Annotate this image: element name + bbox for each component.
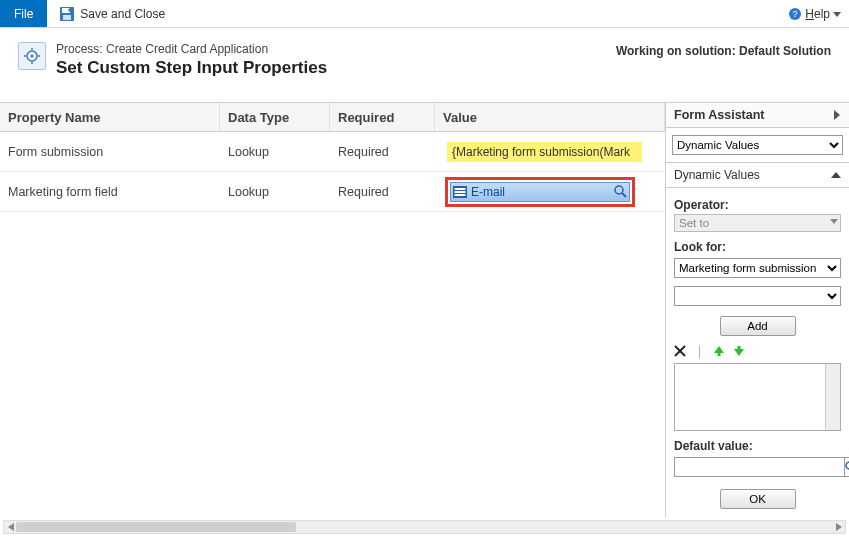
svg-rect-14 [455, 188, 466, 190]
move-down-icon[interactable] [733, 345, 745, 357]
table-row: Form submission Lookup Required {Marketi… [0, 132, 665, 172]
lookup-entity-icon [451, 186, 469, 198]
table-row: Marketing form field Lookup Required E-m… [0, 172, 665, 212]
assistant-mode-select[interactable]: Dynamic Values [672, 135, 843, 155]
caret-down-icon [833, 10, 841, 18]
svg-marker-21 [830, 219, 838, 224]
svg-point-17 [615, 186, 623, 194]
svg-point-8 [31, 55, 34, 58]
save-and-close-label: Save and Close [80, 7, 165, 21]
properties-table-header: Property Name Data Type Required Value [0, 102, 665, 132]
chevron-up-icon [831, 171, 841, 179]
solution-indicator: Working on solution: Default Solution [616, 42, 831, 78]
svg-marker-24 [714, 346, 724, 353]
svg-rect-2 [63, 15, 71, 20]
ok-button[interactable]: OK [720, 489, 796, 509]
svg-marker-20 [831, 172, 841, 178]
help-label: Help [805, 7, 830, 21]
selected-values-list[interactable] [674, 363, 841, 431]
scroll-right-arrow[interactable] [831, 521, 845, 533]
svg-marker-26 [734, 349, 744, 356]
default-value-input[interactable] [674, 457, 845, 477]
property-required: Required [330, 185, 435, 199]
operator-label: Operator: [674, 198, 841, 212]
page-title: Set Custom Step Input Properties [56, 58, 327, 78]
marketing-form-field-lookup[interactable]: E-mail [445, 177, 635, 207]
move-up-icon[interactable] [713, 345, 725, 357]
save-icon [59, 6, 75, 22]
svg-marker-31 [836, 523, 842, 531]
property-name: Marketing form field [0, 185, 220, 199]
scrollbar-thumb[interactable] [16, 522, 296, 532]
svg-rect-27 [738, 346, 741, 350]
col-value: Value [435, 103, 665, 131]
remove-icon[interactable] [674, 345, 686, 357]
chevron-right-icon [833, 110, 841, 120]
svg-rect-15 [455, 191, 466, 193]
col-property-name: Property Name [0, 103, 220, 131]
lookup-value-text: E-mail [469, 185, 611, 199]
svg-marker-30 [8, 523, 14, 531]
add-button[interactable]: Add [720, 316, 796, 336]
look-for-label: Look for: [674, 240, 841, 254]
operator-select[interactable] [674, 214, 841, 232]
svg-text:?: ? [793, 9, 798, 19]
default-value-label: Default value: [674, 439, 841, 453]
col-required: Required [330, 103, 435, 131]
svg-rect-25 [718, 352, 721, 356]
process-breadcrumb: Process: Create Credit Card Application [56, 42, 327, 56]
default-value-lookup-icon[interactable] [845, 457, 849, 477]
help-menu[interactable]: ? Help [788, 7, 841, 21]
form-assistant-header[interactable]: Form Assistant [666, 102, 849, 128]
svg-marker-6 [833, 12, 841, 17]
caret-down-icon [830, 218, 838, 226]
look-for-entity-select[interactable]: Marketing form submission [674, 258, 841, 278]
file-menu-label: File [14, 7, 33, 21]
look-for-attribute-select[interactable] [674, 286, 841, 306]
svg-marker-19 [834, 110, 840, 120]
svg-rect-16 [455, 194, 466, 196]
dynamic-values-toggle[interactable]: Dynamic Values [666, 163, 849, 188]
lookup-search-icon[interactable] [611, 185, 629, 198]
svg-line-18 [622, 193, 626, 197]
process-icon [18, 42, 46, 70]
help-icon: ? [788, 7, 802, 21]
col-data-type: Data Type [220, 103, 330, 131]
horizontal-scrollbar[interactable] [3, 520, 846, 534]
save-and-close-button[interactable]: Save and Close [59, 6, 165, 22]
property-type: Lookup [220, 145, 330, 159]
form-submission-value[interactable]: {Marketing form submission(Mark [447, 142, 642, 162]
property-name: Form submission [0, 145, 220, 159]
property-required: Required [330, 145, 435, 159]
property-type: Lookup [220, 185, 330, 199]
file-menu[interactable]: File [0, 0, 47, 27]
svg-rect-3 [69, 8, 71, 11]
scrollbar-thumb[interactable] [827, 365, 839, 377]
